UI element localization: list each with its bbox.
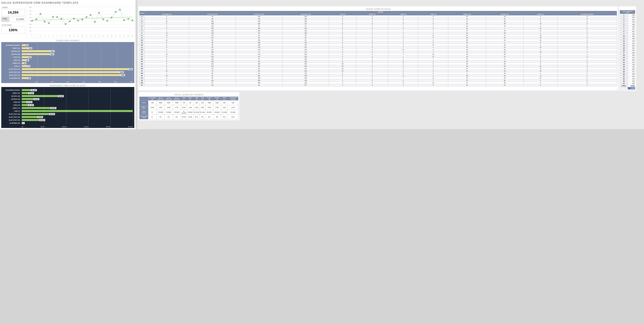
table-row: 106174565401285615163 <box>140 37 617 39</box>
bar-row: FCBK 219 $1,101 <box>22 100 133 104</box>
bar-row: SEARCH 182 1022 <box>22 50 133 53</box>
svg-text:500: 500 <box>29 17 31 18</box>
goal-value: 11,000 <box>9 17 25 22</box>
table-row: 2841131081461047573012 <box>140 79 617 82</box>
svg-text:15: 15 <box>90 36 91 37</box>
table-row: 9310 <box>620 33 635 35</box>
svg-text:18: 18 <box>102 36 104 37</box>
bar <box>22 65 27 67</box>
th-src: FCBK 219 <box>200 97 206 100</box>
th-source-col: BLOG POST 240 <box>282 13 329 16</box>
svg-text:12: 12 <box>78 36 79 37</box>
bar-label: AD WORDS 215 <box>1 78 21 79</box>
bar <box>22 50 50 52</box>
bar-value: 216 <box>28 56 32 58</box>
svg-text:7: 7 <box>57 36 58 37</box>
bar-row: UN-KNOWN SOURCE 100 <box>22 44 133 47</box>
table-row: 25601721610065102706 <box>140 18 617 20</box>
bar-value: 3518 <box>119 71 124 73</box>
table-row: 26109110319852253820111 <box>140 74 617 77</box>
table-row: 16761021330359164396 <box>140 16 617 18</box>
bar <box>22 119 40 121</box>
bar <box>22 74 120 76</box>
svg-text:14: 14 <box>86 36 87 37</box>
bar-row: CONF 57 <box>22 110 133 112</box>
bar-value: 1022 <box>50 50 55 52</box>
table-row: 22739 <box>620 64 635 66</box>
bar <box>22 95 58 97</box>
leads-per-source-title: LEADS PER SOURCE <box>1 40 134 42</box>
svg-point-66 <box>132 20 133 21</box>
response-time-chart: UN-KNOWN SOURCE $2,100 TWEET 211 $1,460 … <box>1 87 134 128</box>
svg-text:3: 3 <box>40 36 41 37</box>
bar-label: BLOG POST 242 <box>1 116 21 118</box>
bar <box>22 44 24 46</box>
svg-point-38 <box>73 18 75 20</box>
table-row: 6522 <box>620 26 635 28</box>
bar-row: BLOG POST 241 3562 <box>22 74 133 76</box>
th-source-col: UN-KNOWN SOURCE <box>558 13 617 16</box>
bar <box>22 56 28 58</box>
table-row: LEAD VALUE$ -$ 4,000$ 3,500$ 6,200$ 22,0… <box>140 110 238 114</box>
svg-text:100: 100 <box>29 30 31 32</box>
bar-label: BLOG POST 242 <box>1 72 21 73</box>
table-row: 206136891920384332902 <box>140 60 617 63</box>
bar-value: 132 <box>25 59 29 61</box>
bar-label: FCBK 219 <box>1 101 21 103</box>
table-row: 21670 <box>620 61 635 64</box>
table-row: 27444 <box>620 75 635 78</box>
svg-text:5: 5 <box>48 36 49 37</box>
bar-value: 54 <box>23 62 26 64</box>
bar-value: $1,460 <box>28 92 34 94</box>
table-row: 8467 <box>620 30 635 33</box>
table-row: 162166708300431318104 <box>140 51 617 53</box>
svg-text:17: 17 <box>98 36 100 37</box>
bar-row: AD WORDS 215 193 <box>22 76 133 80</box>
th-src: UN-KNOWN SOURCE <box>228 97 238 100</box>
svg-text:13: 13 <box>82 36 83 37</box>
svg-text:400: 400 <box>29 20 31 22</box>
table-row: 16373 <box>620 49 635 52</box>
bar-row: SEARCH 159 1005 <box>22 53 133 56</box>
total-by-date-table: TOTAL LEADS BY DATE140824523614437953396… <box>620 10 635 90</box>
bar-row: BLOG POST 242 3518 <box>22 70 133 74</box>
table-row: 15581 <box>620 47 635 49</box>
table-row: 2356452187202044434123 <box>140 68 617 70</box>
table-row: 9131135056026112614154 <box>140 34 617 37</box>
svg-text:300: 300 <box>29 24 31 25</box>
bar-value: 3562 <box>120 74 125 76</box>
table-row: 29483 <box>620 80 635 82</box>
bar <box>22 101 27 103</box>
left-panel: SALES SUPERVISOR CRM DASHBOARD TEMPLATE … <box>0 0 136 129</box>
bar-label: FCBK 213 <box>1 60 21 61</box>
th-source-col: FCBK 219 <box>418 13 448 16</box>
bar-row: SEARCH 182 $8,200 <box>22 94 133 98</box>
leads-per-source-chart: UN-KNOWN SOURCE 100 TWEET 211 245 SEARCH… <box>1 42 134 83</box>
bar-value: $2,697 <box>34 98 40 100</box>
th-source-col: SEARCH 159 <box>448 13 486 16</box>
svg-point-54 <box>107 20 108 22</box>
bar-label: TWEET 211 <box>1 48 21 49</box>
response-time-title: RESPONSE TIME OVER 30 DAYS <box>1 84 134 87</box>
total-by-date-panel: TOTAL LEADS BY DATE140824523614437953396… <box>619 6 636 90</box>
th-src: CONF 57 <box>181 97 187 100</box>
table-row: 24462 <box>620 68 635 70</box>
table-row: 17645 <box>620 52 635 54</box>
table-row: 26486 <box>620 73 635 75</box>
goal-label: GOAL <box>2 17 9 22</box>
table-row: 691561481490369251160 <box>140 27 617 30</box>
table-row: 2452 <box>620 16 635 18</box>
bar-row: TWEET 211 $1,460 <box>22 92 133 94</box>
bar-row: BLOG POST 242 $3,500 <box>22 116 133 118</box>
svg-text:800: 800 <box>29 7 31 8</box>
bar-value: $6,500 <box>50 107 56 109</box>
svg-text:2: 2 <box>36 36 36 37</box>
table-row: 5339 <box>620 23 635 26</box>
svg-point-56 <box>111 17 112 18</box>
bar <box>22 110 133 112</box>
svg-text:4: 4 <box>44 36 45 37</box>
th-date: DATE <box>140 11 144 16</box>
svg-text:22: 22 <box>119 36 120 37</box>
svg-point-44 <box>86 16 87 18</box>
bar-label: FCBK 213 <box>1 104 21 106</box>
